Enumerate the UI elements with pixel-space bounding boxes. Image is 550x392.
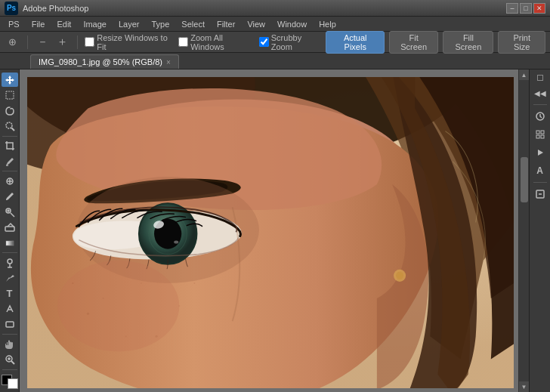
clone-stamp-button[interactable] <box>2 205 18 219</box>
eyedropper-button[interactable] <box>2 154 18 168</box>
eraser-button[interactable] <box>2 220 18 234</box>
panel-grid-icon[interactable] <box>532 126 548 143</box>
menu-help[interactable]: Help <box>314 18 341 30</box>
left-toolbar: T <box>0 69 20 392</box>
scrubby-zoom-checkbox[interactable]: Scrubby Zoom <box>259 33 322 51</box>
tab-bar: IMG_0980_1.jpg @ 50% (RGB/8) × <box>0 53 550 69</box>
menu-view[interactable]: View <box>242 18 270 30</box>
actual-pixels-button[interactable]: Actual Pixels <box>326 31 385 54</box>
right-panel: ◀◀ A <box>529 69 550 392</box>
minimize-button[interactable]: – <box>506 3 518 14</box>
svg-point-36 <box>125 335 127 337</box>
panel-history-icon[interactable] <box>532 108 548 125</box>
panel-play-icon[interactable] <box>532 144 548 161</box>
menu-filter[interactable]: Filter <box>212 18 240 30</box>
fill-screen-button[interactable]: Fill Screen <box>443 31 493 54</box>
svg-rect-44 <box>541 131 544 134</box>
scroll-up-arrow[interactable]: ▲ <box>519 69 530 80</box>
scrubby-zoom-input[interactable] <box>259 37 269 47</box>
crop-tool-button[interactable] <box>2 139 18 153</box>
brush-tool-button[interactable] <box>2 190 18 204</box>
svg-line-17 <box>11 361 14 364</box>
panel-subtract-icon[interactable] <box>532 186 548 202</box>
menu-type[interactable]: Type <box>147 18 175 30</box>
panel-collapse-icon[interactable]: ◀◀ <box>532 85 548 101</box>
svg-point-12 <box>8 259 12 264</box>
svg-point-38 <box>156 335 158 338</box>
svg-point-34 <box>87 313 89 315</box>
canvas-image <box>27 77 514 388</box>
svg-rect-4 <box>6 165 8 166</box>
healing-brush-button[interactable] <box>2 174 18 188</box>
panel-expand-icon[interactable] <box>537 75 543 81</box>
svg-marker-0 <box>5 76 14 85</box>
scroll-down-arrow[interactable]: ▼ <box>519 381 530 392</box>
print-size-button[interactable]: Print Size <box>498 31 545 54</box>
tab-close-button[interactable]: × <box>166 58 171 66</box>
svg-point-30 <box>174 241 178 244</box>
shape-tool-button[interactable] <box>2 317 18 332</box>
svg-point-2 <box>6 122 12 128</box>
svg-marker-47 <box>538 150 543 156</box>
menu-edit[interactable]: Edit <box>51 18 76 30</box>
options-bar: ⊕ － ＋ Resize Windows to Fit Zoom All Win… <box>0 32 550 53</box>
quick-select-button[interactable] <box>2 119 18 133</box>
hand-tool-button[interactable] <box>2 337 18 351</box>
svg-rect-10 <box>5 227 14 231</box>
fit-screen-button[interactable]: Fit Screen <box>389 31 438 54</box>
tool-sep-2 <box>2 171 17 171</box>
menu-window[interactable]: Window <box>272 18 312 30</box>
dodge-burn-button[interactable] <box>2 255 18 270</box>
resize-windows-label: Resize Windows to Fit <box>97 33 174 51</box>
menu-layer[interactable]: Layer <box>113 18 145 30</box>
svg-line-3 <box>11 128 14 131</box>
canvas-container <box>27 77 514 388</box>
options-sep-1 <box>27 35 28 49</box>
zoom-all-windows-checkbox[interactable]: Zoom All Windows <box>178 33 255 51</box>
app-title: Ps Adobe Photoshop <box>5 2 88 15</box>
gradient-tool-button[interactable] <box>2 236 18 250</box>
marquee-tool-button[interactable] <box>2 88 18 102</box>
text-tool-button[interactable]: T <box>2 286 18 301</box>
zoom-all-label: Zoom All Windows <box>190 33 255 51</box>
foreground-background-colors[interactable] <box>2 375 18 389</box>
panel-sep-2 <box>533 182 547 183</box>
move-tool-button[interactable] <box>2 73 18 87</box>
path-selection-button[interactable] <box>2 301 18 316</box>
menu-image[interactable]: Image <box>78 18 112 30</box>
zoom-in-icon[interactable]: ＋ <box>55 34 71 51</box>
panel-sep-1 <box>533 104 547 105</box>
tab-filename: IMG_0980_1.jpg @ 50% (RGB/8) <box>39 57 162 66</box>
zoom-view-button[interactable] <box>2 352 18 366</box>
window-controls: – □ ✕ <box>506 3 545 14</box>
scroll-track[interactable] <box>519 80 529 381</box>
zoom-dropdown-icon[interactable]: ⊕ <box>5 34 20 51</box>
lasso-tool-button[interactable] <box>2 103 18 118</box>
svg-rect-11 <box>6 241 14 245</box>
resize-windows-input[interactable] <box>85 37 94 47</box>
close-button[interactable]: ✕ <box>533 3 545 14</box>
svg-point-33 <box>141 282 142 284</box>
ps-logo: Ps <box>5 2 18 15</box>
svg-point-37 <box>72 282 73 284</box>
panel-text-icon[interactable]: A <box>532 162 548 179</box>
document-tab[interactable]: IMG_0980_1.jpg @ 50% (RGB/8) × <box>30 54 179 69</box>
zoom-all-input[interactable] <box>178 37 188 47</box>
svg-rect-45 <box>536 135 539 138</box>
menu-file[interactable]: File <box>26 18 51 30</box>
vertical-scrollbar[interactable]: ▲ ▼ <box>518 69 529 392</box>
title-bar: Ps Adobe Photoshop – □ ✕ <box>0 0 550 17</box>
tool-sep-1 <box>2 136 17 137</box>
tool-sep-5 <box>2 369 17 370</box>
svg-point-41 <box>396 272 403 279</box>
maximize-button[interactable]: □ <box>520 3 532 14</box>
menu-ps[interactable]: PS <box>3 18 25 30</box>
svg-point-35 <box>178 305 180 307</box>
menu-select[interactable]: Select <box>176 18 210 30</box>
scroll-thumb[interactable] <box>521 157 528 202</box>
resize-windows-checkbox[interactable]: Resize Windows to Fit <box>85 33 174 51</box>
background-color[interactable] <box>8 378 18 389</box>
svg-point-9 <box>8 210 9 211</box>
zoom-out-icon[interactable]: － <box>35 34 51 51</box>
pen-tool-button[interactable] <box>2 271 18 286</box>
